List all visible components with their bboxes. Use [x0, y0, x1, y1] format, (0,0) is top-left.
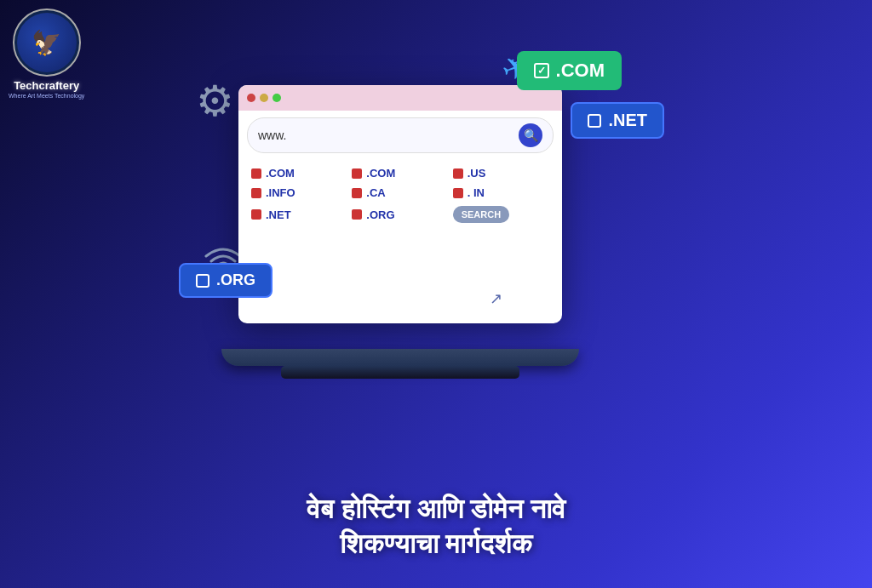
- browser-titlebar: [238, 85, 562, 111]
- domain-bullet: [251, 209, 261, 220]
- domain-label: .US: [468, 167, 486, 180]
- domain-item-org: .ORG: [352, 206, 448, 223]
- gear-icon: ⚙: [196, 77, 234, 126]
- badge-com: ✓ .COM: [517, 51, 622, 90]
- main-title-line1: वेब होस्टिंग आणि डोमेन नावे: [0, 492, 872, 528]
- search-button-domain[interactable]: SEARCH: [453, 206, 509, 223]
- browser-window: www. 🔍 .COM .COM .US .INFO .CA: [238, 85, 562, 323]
- logo-globe: 🦅: [17, 13, 77, 72]
- browser-dot-green: [272, 94, 281, 102]
- main-title-line2: शिकण्याचा मार्गदर्शक: [0, 527, 872, 562]
- illustration: ✈ ⚙ www. 🔍 .COM .C: [170, 34, 647, 408]
- badge-net: .NET: [571, 102, 664, 139]
- logo-bird-icon: 🦅: [32, 29, 61, 57]
- cursor-icon: ↗: [490, 289, 502, 308]
- domain-label: . IN: [468, 186, 485, 199]
- domain-label: .NET: [266, 208, 291, 221]
- domain-list: .COM .COM .US .INFO .CA . IN: [238, 160, 562, 230]
- org-badge-label: .ORG: [216, 271, 255, 289]
- domain-bullet: [453, 168, 463, 179]
- domain-item-info: .INFO: [251, 186, 347, 199]
- domain-item-in: . IN: [453, 186, 549, 199]
- domain-item-com2: .COM: [352, 167, 448, 180]
- domain-bullet: [352, 188, 362, 198]
- logo-subtitle: Where Art Meets Technology: [9, 93, 84, 99]
- domain-bullet: [251, 188, 261, 198]
- browser-dot-yellow: [260, 94, 268, 102]
- com-checkbox-icon: ✓: [534, 63, 549, 78]
- browser-address-bar[interactable]: www. 🔍: [247, 117, 554, 153]
- net-badge-label: .NET: [608, 111, 647, 130]
- logo-title: Techcraftery: [14, 79, 79, 92]
- browser-dot-red: [247, 94, 255, 102]
- logo-area: 🦅 Techcraftery Where Art Meets Technolog…: [9, 9, 84, 99]
- net-checkbox-icon: [588, 114, 601, 128]
- domain-label: .COM: [266, 167, 295, 180]
- domain-item-net: .NET: [251, 206, 347, 223]
- domain-bullet: [352, 168, 362, 179]
- com-badge-label: .COM: [556, 60, 605, 82]
- domain-label: .CA: [366, 186, 385, 199]
- domain-item-com1: .COM: [251, 167, 347, 180]
- domain-bullet: [453, 188, 463, 198]
- badge-org: .ORG: [179, 263, 272, 298]
- laptop-base: [281, 366, 519, 379]
- domain-bullet: [251, 168, 261, 179]
- domain-bullet: [352, 209, 362, 220]
- domain-item-us: .US: [453, 167, 549, 180]
- search-icon[interactable]: 🔍: [519, 123, 542, 147]
- org-checkbox-icon: [196, 274, 209, 288]
- address-text: www.: [258, 128, 512, 142]
- domain-item-ca: .CA: [352, 186, 448, 199]
- domain-label: .COM: [366, 167, 395, 180]
- bottom-text: वेब होस्टिंग आणि डोमेन नावे शिकण्याचा मा…: [0, 492, 872, 562]
- domain-item-search: SEARCH: [453, 206, 549, 223]
- laptop-stand: [221, 349, 579, 366]
- logo-circle: 🦅: [13, 9, 81, 77]
- domain-label: .ORG: [366, 208, 394, 221]
- domain-label: .INFO: [266, 186, 295, 199]
